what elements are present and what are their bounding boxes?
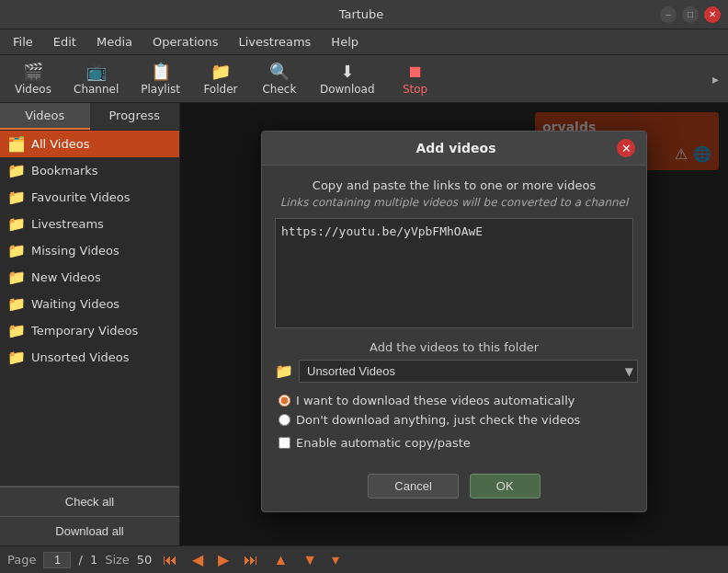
- toolbar-chevron[interactable]: ▸: [709, 70, 722, 88]
- sidebar-item-unsorted-videos[interactable]: 📁 Unsorted Videos: [0, 344, 179, 371]
- scroll-down-button[interactable]: ▼: [299, 550, 321, 570]
- window-controls: – □ ✕: [660, 6, 721, 23]
- size-value: 50: [137, 553, 153, 567]
- modal-instruction: Copy and paste the links to one or more …: [275, 178, 633, 192]
- check-icon: 🔍: [269, 62, 290, 81]
- sidebar-item-bookmarks[interactable]: 📁 Bookmarks: [0, 157, 179, 184]
- folder-icon-new: 📁: [7, 269, 26, 286]
- window-title: Tartube: [63, 7, 660, 21]
- folder-section-label: Add the videos to this folder: [275, 340, 633, 354]
- minimize-button[interactable]: –: [660, 6, 677, 23]
- menu-file[interactable]: File: [4, 32, 42, 52]
- folder-select-row: 📁 Unsorted Videos New Videos Bookmarks ▼: [275, 360, 633, 383]
- folder-icon-live: 📁: [7, 215, 26, 233]
- modal-subinstruction: Links containing multiple videos will be…: [275, 196, 633, 209]
- toolbar: 🎬 Videos 📺 Channel 📋 Playlist 📁 Folder 🔍…: [0, 55, 728, 103]
- toolbar-videos-button[interactable]: 🎬 Videos: [6, 59, 61, 99]
- menu-help[interactable]: Help: [322, 32, 368, 52]
- playlist-icon: 📋: [151, 62, 171, 81]
- toolbar-folder-button[interactable]: 📁 Folder: [193, 59, 248, 99]
- tab-progress[interactable]: Progress: [90, 103, 180, 130]
- modal-footer: Cancel OK: [262, 474, 646, 511]
- first-page-button[interactable]: ⏮: [159, 550, 181, 570]
- channel-icon: 📺: [86, 62, 107, 81]
- sidebar-item-all-videos[interactable]: 🗂️ All Videos: [0, 131, 179, 157]
- check-all-button[interactable]: Check all: [0, 487, 179, 516]
- content-area: orvalds 's te: 2016-05-03 ⚠ 🌐 Add videos…: [180, 103, 728, 545]
- sidebar-bottom: Check all Download all: [0, 486, 179, 545]
- folder-icon-unsorted: 📁: [7, 349, 26, 366]
- checkbox-auto-paste[interactable]: Enable automatic copy/paste: [275, 436, 633, 450]
- tab-videos[interactable]: Videos: [0, 103, 90, 130]
- next-page-button[interactable]: ▶: [214, 549, 233, 570]
- close-button[interactable]: ✕: [704, 6, 721, 23]
- sidebar-item-waiting-videos[interactable]: 📁 Waiting Videos: [0, 291, 179, 317]
- download-all-button[interactable]: Download all: [0, 516, 179, 545]
- stop-icon: ⏹: [407, 62, 424, 81]
- folder-icon: 📁: [210, 62, 231, 81]
- sidebar-item-missing-videos[interactable]: 📁 Missing Videos: [0, 237, 179, 264]
- cancel-button[interactable]: Cancel: [368, 474, 458, 499]
- folder-dropdown[interactable]: Unsorted Videos New Videos Bookmarks: [299, 360, 638, 383]
- download-icon: ⬇: [340, 62, 354, 81]
- videos-icon: 🎬: [23, 62, 43, 81]
- folder-select-icon: 📁: [275, 362, 293, 380]
- menubar: File Edit Media Operations Livestreams H…: [0, 29, 728, 55]
- page-separator: /: [78, 553, 82, 567]
- folder-icon-waiting: 📁: [7, 295, 26, 313]
- folder-icon-missing: 📁: [7, 242, 26, 259]
- maximize-button[interactable]: □: [682, 6, 699, 23]
- sidebar-items: 🗂️ All Videos 📁 Bookmarks 📁 Favourite Vi…: [0, 131, 179, 486]
- sidebar: Videos Progress 🗂️ All Videos 📁 Bookmark…: [0, 103, 180, 545]
- prev-page-button[interactable]: ◀: [188, 549, 207, 570]
- radio-download-auto[interactable]: I want to download these videos automati…: [279, 394, 633, 407]
- folder-icon-bookmarks: 📁: [7, 162, 26, 179]
- modal-overlay: Add videos ✕ Copy and paste the links to…: [180, 103, 728, 545]
- sidebar-item-temporary-videos[interactable]: 📁 Temporary Videos: [0, 317, 179, 344]
- folder-icon-fav: 📁: [7, 189, 26, 206]
- menu-media[interactable]: Media: [87, 32, 142, 52]
- menu-livestreams[interactable]: Livestreams: [229, 32, 320, 52]
- toolbar-stop-button[interactable]: ⏹ Stop: [388, 59, 443, 99]
- radio-group: I want to download these videos automati…: [275, 394, 633, 427]
- toolbar-download-button[interactable]: ⬇ Download: [311, 59, 384, 99]
- modal-close-button[interactable]: ✕: [617, 139, 635, 157]
- url-textarea[interactable]: [275, 218, 633, 328]
- modal-header: Add videos ✕: [262, 132, 646, 166]
- titlebar: Tartube – □ ✕: [0, 0, 728, 29]
- sidebar-item-new-videos[interactable]: 📁 New Videos: [0, 264, 179, 291]
- ok-button[interactable]: OK: [470, 474, 540, 499]
- sidebar-item-favourite-videos[interactable]: 📁 Favourite Videos: [0, 184, 179, 211]
- folder-red-icon: 🗂️: [7, 135, 26, 153]
- sidebar-tabs: Videos Progress: [0, 103, 179, 131]
- page-label: Page: [7, 553, 36, 567]
- toolbar-playlist-button[interactable]: 📋 Playlist: [131, 59, 189, 99]
- menu-operations[interactable]: Operations: [143, 32, 227, 52]
- add-videos-modal: Add videos ✕ Copy and paste the links to…: [261, 131, 647, 512]
- page-current-input[interactable]: [43, 552, 71, 568]
- expand-button[interactable]: ▾: [328, 549, 343, 570]
- last-page-button[interactable]: ⏭: [240, 550, 262, 570]
- sidebar-item-livestreams[interactable]: 📁 Livestreams: [0, 211, 179, 237]
- statusbar: Page / 1 Size 50 ⏮ ◀ ▶ ⏭ ▲ ▼ ▾: [0, 545, 728, 573]
- modal-body: Copy and paste the links to one or more …: [262, 166, 646, 474]
- page-total: 1: [90, 553, 97, 567]
- radio-check-only[interactable]: Don't download anything, just check the …: [279, 413, 633, 427]
- folder-icon-temp: 📁: [7, 322, 26, 339]
- main-layout: Videos Progress 🗂️ All Videos 📁 Bookmark…: [0, 103, 728, 545]
- toolbar-channel-button[interactable]: 📺 Channel: [64, 59, 128, 99]
- menu-edit[interactable]: Edit: [44, 32, 85, 52]
- toolbar-check-button[interactable]: 🔍 Check: [252, 59, 307, 99]
- size-label: Size: [105, 553, 130, 567]
- scroll-up-button[interactable]: ▲: [269, 550, 291, 570]
- modal-title: Add videos: [295, 141, 617, 155]
